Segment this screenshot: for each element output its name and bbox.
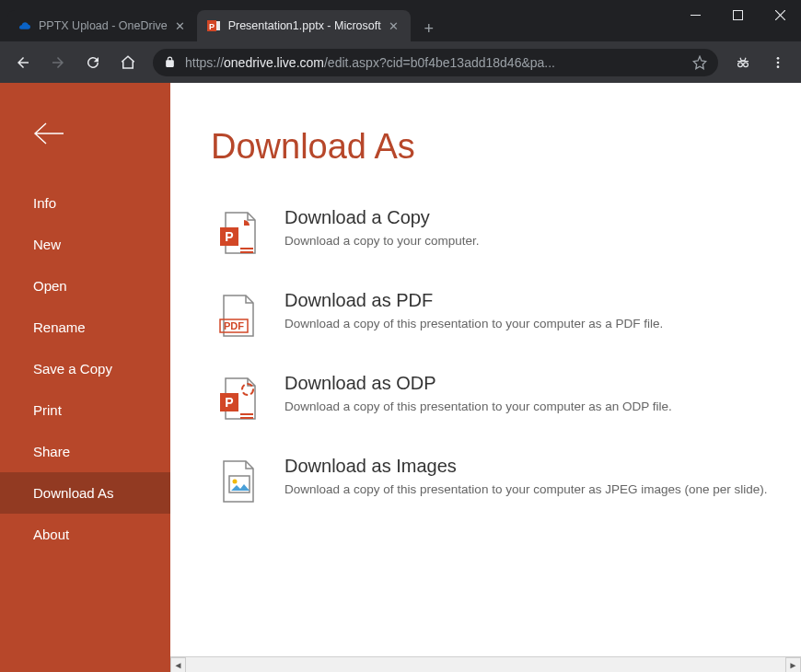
menu-button[interactable] bbox=[762, 47, 794, 78]
option-title: Download as ODP bbox=[284, 373, 672, 394]
sidebar-item-print[interactable]: Print bbox=[0, 389, 170, 431]
back-arrow-button[interactable] bbox=[0, 122, 170, 145]
close-window-button[interactable] bbox=[759, 0, 801, 29]
option-text: Download as Images Download a copy of th… bbox=[284, 456, 768, 499]
option-text: Download as ODP Download a copy of this … bbox=[284, 373, 672, 416]
back-button[interactable] bbox=[7, 47, 39, 78]
maximize-button[interactable] bbox=[716, 0, 759, 29]
image-file-icon bbox=[211, 456, 262, 507]
svg-point-8 bbox=[744, 62, 749, 66]
svg-text:P: P bbox=[225, 229, 233, 244]
home-button[interactable] bbox=[112, 47, 144, 78]
option-title: Download as PDF bbox=[284, 290, 663, 311]
option-title: Download as Images bbox=[284, 456, 768, 477]
option-download-pdf[interactable]: PDF Download as PDF Download a copy of t… bbox=[211, 290, 773, 342]
page-title: Download As bbox=[211, 127, 773, 167]
svg-rect-22 bbox=[240, 413, 253, 415]
minimize-button[interactable] bbox=[674, 0, 716, 29]
horizontal-scrollbar[interactable]: ◄ ► bbox=[170, 656, 801, 672]
sidebar-item-about[interactable]: About bbox=[0, 514, 170, 555]
svg-point-7 bbox=[738, 62, 743, 66]
tab-strip: PPTX Upload - OneDrive ✕ P Presentation1… bbox=[0, 0, 674, 41]
window-controls bbox=[674, 0, 801, 29]
scroll-left-button[interactable]: ◄ bbox=[170, 657, 186, 672]
option-desc: Download a copy of this presentation to … bbox=[284, 399, 672, 416]
incognito-icon[interactable] bbox=[727, 47, 759, 78]
tab-title: Presentation1.pptx - Microsoft bbox=[228, 19, 381, 32]
browser-window: PPTX Upload - OneDrive ✕ P Presentation1… bbox=[0, 0, 801, 672]
svg-rect-16 bbox=[240, 251, 253, 253]
option-desc: Download a copy to your computer. bbox=[284, 233, 480, 250]
powerpoint-file-icon: P bbox=[211, 207, 262, 259]
close-icon[interactable]: ✕ bbox=[173, 18, 188, 33]
svg-rect-2 bbox=[216, 21, 220, 30]
sidebar-item-info[interactable]: Info bbox=[0, 182, 170, 224]
option-desc: Download a copy of this presentation to … bbox=[284, 316, 663, 333]
option-desc: Download a copy of this presentation to … bbox=[284, 481, 768, 499]
scroll-right-button[interactable]: ► bbox=[785, 657, 801, 672]
address-bar[interactable]: https://onedrive.live.com/edit.aspx?cid=… bbox=[153, 49, 718, 76]
option-download-odp[interactable]: P Download as ODP Download a copy of thi… bbox=[211, 373, 773, 424]
sidebar-item-download-as[interactable]: Download As bbox=[0, 472, 170, 514]
new-tab-button[interactable]: + bbox=[416, 16, 442, 41]
tab-onedrive[interactable]: PPTX Upload - OneDrive ✕ bbox=[7, 10, 197, 41]
option-text: Download as PDF Download a copy of this … bbox=[284, 290, 663, 333]
sidebar-item-new[interactable]: New bbox=[0, 224, 170, 265]
sidebar-item-share[interactable]: Share bbox=[0, 431, 170, 472]
option-title: Download a Copy bbox=[284, 207, 480, 228]
svg-point-12 bbox=[777, 65, 780, 68]
pdf-file-icon: PDF bbox=[211, 290, 262, 342]
url-text: https://onedrive.live.com/edit.aspx?cid=… bbox=[185, 55, 555, 70]
svg-text:PDF: PDF bbox=[224, 320, 244, 331]
option-download-copy[interactable]: P Download a Copy Download a copy to you… bbox=[211, 207, 773, 259]
reload-button[interactable] bbox=[77, 47, 109, 78]
sidebar-item-open[interactable]: Open bbox=[0, 265, 170, 307]
titlebar: PPTX Upload - OneDrive ✕ P Presentation1… bbox=[0, 0, 801, 41]
svg-rect-23 bbox=[240, 417, 253, 419]
file-menu-sidebar: Info New Open Rename Save a Copy Print S… bbox=[0, 83, 170, 672]
page-content: Info New Open Rename Save a Copy Print S… bbox=[0, 83, 801, 672]
bookmark-star-icon[interactable] bbox=[692, 55, 707, 70]
scroll-track[interactable] bbox=[186, 657, 785, 672]
svg-point-10 bbox=[777, 57, 780, 60]
sidebar-item-rename[interactable]: Rename bbox=[0, 307, 170, 348]
close-icon[interactable]: ✕ bbox=[387, 18, 401, 33]
lock-icon bbox=[164, 56, 176, 68]
tab-powerpoint[interactable]: P Presentation1.pptx - Microsoft ✕ bbox=[197, 10, 411, 41]
svg-text:P: P bbox=[209, 22, 215, 31]
option-download-images[interactable]: Download as Images Download a copy of th… bbox=[211, 456, 773, 507]
forward-button[interactable] bbox=[42, 47, 74, 78]
onedrive-icon bbox=[17, 18, 31, 33]
sidebar-item-save-a-copy[interactable]: Save a Copy bbox=[0, 348, 170, 389]
scroll-thumb[interactable] bbox=[186, 657, 785, 672]
svg-text:P: P bbox=[225, 395, 233, 410]
svg-rect-4 bbox=[733, 10, 742, 19]
powerpoint-icon: P bbox=[206, 18, 221, 33]
tab-title: PPTX Upload - OneDrive bbox=[39, 19, 168, 32]
option-text: Download a Copy Download a copy to your … bbox=[284, 207, 480, 250]
main-panel: Download As P Download a Copy Download a… bbox=[170, 83, 801, 672]
svg-point-11 bbox=[777, 61, 780, 64]
sidebar-menu: Info New Open Rename Save a Copy Print S… bbox=[0, 182, 170, 555]
svg-rect-15 bbox=[240, 248, 253, 249]
browser-toolbar: https://onedrive.live.com/edit.aspx?cid=… bbox=[0, 41, 801, 83]
svg-point-25 bbox=[233, 480, 238, 484]
odp-file-icon: P bbox=[211, 373, 262, 424]
